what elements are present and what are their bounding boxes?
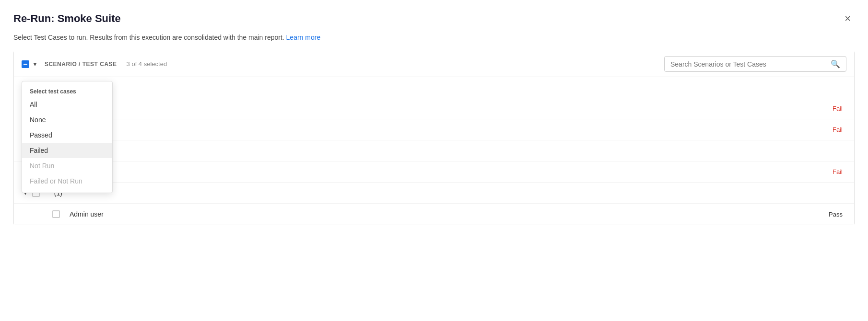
- table-row: ▼ (2): [14, 77, 854, 98]
- table-row: Admin user Pass: [33, 204, 854, 225]
- search-input[interactable]: [670, 60, 829, 68]
- select-dropdown-chevron[interactable]: ▼: [31, 60, 39, 69]
- table-row: ▼ story (1): [14, 140, 854, 161]
- row-status: Fail: [818, 168, 846, 175]
- modal-container: Re-Run: Smoke Suite × Select Test Cases …: [0, 0, 868, 321]
- row-status: Fail: [818, 126, 846, 133]
- dropdown-section-label: Select test cases: [22, 85, 112, 97]
- row-check-area: [41, 210, 70, 218]
- search-area: 🔍: [664, 56, 846, 72]
- row-checkbox[interactable]: [52, 210, 60, 218]
- row-status: Fail: [818, 105, 846, 112]
- dropdown-item-not-run: Not Run: [22, 158, 112, 173]
- learn-more-link[interactable]: Learn more: [286, 34, 321, 41]
- dropdown-item-none[interactable]: None: [22, 112, 112, 127]
- modal-header: Re-Run: Smoke Suite ×: [13, 11, 855, 26]
- table-row: ▼ (1): [14, 183, 854, 204]
- modal-description: Select Test Cases to run. Results from t…: [13, 34, 855, 41]
- table-container: ▼ Select test cases All None Passed Fail…: [13, 51, 855, 225]
- row-name: Admin user: [70, 210, 818, 218]
- column-label: SCENARIO / TEST CASE: [45, 61, 117, 68]
- row-name: story (1): [50, 147, 846, 155]
- dropdown-item-all[interactable]: All: [22, 97, 112, 112]
- search-box: 🔍: [664, 56, 846, 72]
- modal-title: Re-Run: Smoke Suite: [13, 12, 121, 25]
- table-row: Fail: [33, 119, 854, 140]
- row-status: Pass: [818, 211, 846, 218]
- dropdown-item-passed[interactable]: Passed: [22, 127, 112, 143]
- row-name: (1): [50, 189, 846, 197]
- search-icon[interactable]: 🔍: [831, 59, 840, 69]
- table-row: Fail: [33, 98, 854, 119]
- table-row: Fail: [33, 161, 854, 183]
- indeterminate-checkbox[interactable]: [22, 60, 29, 68]
- dropdown-menu: Select test cases All None Passed Failed…: [22, 81, 113, 193]
- table-header: ▼ Select test cases All None Passed Fail…: [14, 51, 854, 77]
- dropdown-item-failed-or-not-run: Failed or Not Run: [22, 173, 112, 189]
- selected-count: 3 of 4 selected: [127, 60, 167, 68]
- select-all-area: ▼ Select test cases All None Passed Fail…: [22, 60, 39, 69]
- table-body: ▼ (2) Fail F: [14, 77, 854, 225]
- dropdown-item-failed[interactable]: Failed: [22, 143, 112, 158]
- close-button[interactable]: ×: [841, 11, 855, 26]
- row-name: (2): [50, 84, 846, 92]
